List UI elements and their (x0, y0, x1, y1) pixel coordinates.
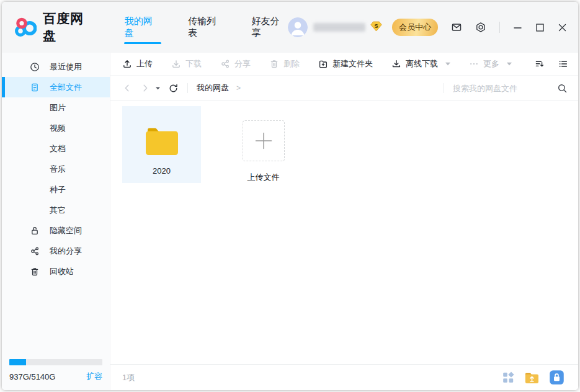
more-button[interactable]: 更多 (469, 58, 512, 69)
sidebar-item-music[interactable]: 音乐 (2, 159, 110, 179)
sidebar-item-recycle-bin[interactable]: 回收站 (2, 261, 110, 282)
searchbox (435, 83, 568, 94)
lock-icon (30, 226, 40, 236)
file-grid: 2020 上传文件 (110, 101, 578, 364)
storage-section: 937G/5140G 扩容 (2, 359, 110, 390)
upload-button[interactable]: 上传 (122, 58, 153, 69)
titlebar: 百度网盘 我的网盘 传输列表 好友分享 S 会员中心 (2, 2, 578, 53)
breadcrumb-chevron: > (236, 84, 241, 92)
sort-icon[interactable] (535, 59, 545, 69)
breadcrumb-root[interactable]: 我的网盘 (197, 82, 229, 94)
sidebar-item-torrents[interactable]: 种子 (2, 179, 110, 200)
tab-my-drive[interactable]: 我的网盘 (125, 2, 161, 53)
sidebar-item-hidden-space[interactable]: 隐藏空间 (2, 220, 110, 241)
main-area: 最近使用 全部文件 图片 视频 文档 音乐 种子 其它 (2, 53, 578, 390)
chevron-down-icon (507, 62, 512, 66)
delete-button[interactable]: 删除 (269, 58, 300, 69)
download-icon (171, 59, 181, 69)
refresh-icon[interactable] (168, 83, 179, 94)
storage-expand-link[interactable]: 扩容 (86, 371, 102, 382)
storage-progress-fill (9, 359, 26, 365)
user-avatar[interactable] (288, 17, 308, 37)
plus-icon (251, 128, 276, 153)
upload-dropzone[interactable] (243, 120, 285, 161)
username-redacted (313, 23, 365, 32)
mini-apps-grid-icon[interactable] (502, 372, 515, 384)
sidebar-item-my-shares[interactable]: 我的分享 (2, 241, 110, 261)
list-view-icon[interactable] (558, 59, 568, 69)
history-dropdown-icon[interactable] (156, 87, 160, 90)
minimize-button[interactable] (513, 23, 522, 32)
download-button[interactable]: 下载 (171, 58, 202, 69)
settings-gear-icon[interactable] (475, 22, 486, 33)
tab-friend-share[interactable]: 好友分享 (252, 2, 288, 53)
svg-text:S: S (374, 22, 378, 29)
desktop: 百度网盘 我的网盘 传输列表 好友分享 S 会员中心 (0, 0, 580, 392)
file-list-icon (30, 82, 40, 92)
folder-upload-icon[interactable] (524, 370, 540, 385)
share-button[interactable]: 分享 (220, 58, 251, 69)
storage-usage: 937G/5140G (9, 372, 55, 381)
content-area: 上传 下载 分享 (110, 53, 578, 390)
pathbar: 我的网盘 > (110, 76, 578, 101)
vip-center-button[interactable]: 会员中心 (392, 19, 438, 36)
sidebar-item-documents[interactable]: 文档 (2, 138, 110, 159)
item-count: 1项 (122, 372, 135, 383)
app-window: 百度网盘 我的网盘 传输列表 好友分享 S 会员中心 (2, 2, 578, 390)
header-right: S 会员中心 (288, 17, 567, 37)
main-tabs: 我的网盘 传输列表 好友分享 (125, 2, 288, 53)
sidebar-item-others[interactable]: 其它 (2, 200, 110, 220)
view-tools (535, 59, 568, 69)
trash-icon (30, 267, 40, 277)
statusbar-icons (502, 370, 564, 385)
folder-tile-2020[interactable]: 2020 (122, 106, 201, 183)
close-button[interactable] (558, 23, 567, 32)
back-icon[interactable] (122, 83, 132, 93)
header-divider (499, 22, 500, 33)
trash-icon (269, 59, 279, 69)
new-folder-button[interactable]: 新建文件夹 (318, 58, 373, 69)
upload-file-tile[interactable]: 上传文件 (224, 106, 303, 183)
sidebar-item-pictures[interactable]: 图片 (2, 97, 110, 118)
baidu-netdisk-logo-icon (14, 17, 37, 37)
search-icon[interactable] (557, 83, 568, 94)
share-nodes-icon (220, 59, 230, 69)
more-dots-icon (469, 59, 479, 69)
sidebar-item-recent[interactable]: 最近使用 (2, 56, 110, 77)
offline-download-button[interactable]: 离线下载 (391, 58, 450, 69)
search-input[interactable] (453, 84, 557, 93)
sidebar-item-videos[interactable]: 视频 (2, 118, 110, 138)
upload-icon (122, 59, 132, 69)
folder-name: 2020 (153, 166, 171, 176)
chevron-down-icon (445, 62, 450, 66)
folder-plus-icon (318, 59, 328, 69)
maximize-button[interactable] (535, 23, 545, 32)
svip-badge-icon[interactable]: S (370, 21, 382, 34)
hidden-space-lock-icon[interactable] (549, 370, 564, 385)
message-icon[interactable] (451, 22, 462, 33)
app-title: 百度网盘 (43, 10, 96, 45)
storage-progress-bar (9, 359, 102, 365)
upload-tile-label: 上传文件 (248, 172, 280, 183)
clock-icon (30, 62, 40, 72)
folder-icon (142, 114, 182, 166)
statusbar: 1项 (110, 364, 578, 390)
search-divider (444, 83, 444, 93)
share-icon (30, 246, 40, 256)
offline-download-icon (391, 59, 401, 69)
sidebar-item-all-files[interactable]: 全部文件 (2, 77, 110, 97)
tab-transfer-list[interactable]: 传输列表 (188, 2, 224, 53)
pathbar-divider (187, 83, 188, 93)
forward-icon[interactable] (140, 83, 150, 93)
sidebar: 最近使用 全部文件 图片 视频 文档 音乐 种子 其它 (2, 53, 110, 390)
app-logo: 百度网盘 (14, 10, 96, 45)
toolbar: 上传 下载 分享 (110, 53, 578, 76)
